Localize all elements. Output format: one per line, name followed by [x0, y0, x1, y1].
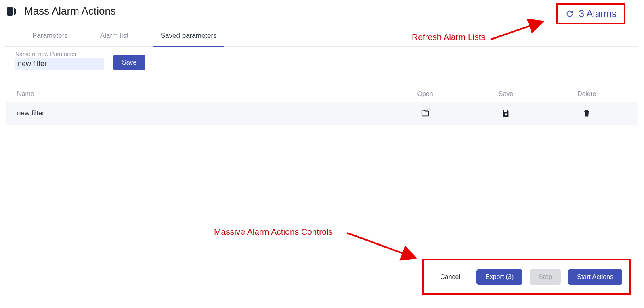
- page-header: Mass Alarm Actions: [0, 0, 644, 17]
- svg-rect-3: [504, 110, 507, 112]
- save-icon[interactable]: [501, 109, 510, 118]
- open-icon[interactable]: [420, 109, 430, 118]
- refresh-icon[interactable]: [565, 9, 574, 18]
- svg-point-4: [505, 113, 507, 116]
- col-name-label: Name: [17, 90, 34, 98]
- annotation-controls: Massive Alarm Actions Controls: [214, 227, 333, 237]
- tabs: Parameters Alarm list Saved parameters: [4, 17, 638, 47]
- new-parameter-input[interactable]: [15, 58, 104, 70]
- save-parameter-button[interactable]: Save: [113, 55, 145, 70]
- delete-icon[interactable]: [583, 109, 591, 118]
- app-icon: [7, 7, 17, 16]
- alarms-count: 3 Alarms: [579, 8, 617, 19]
- saved-parameters-table: Name ↑ Open Save Delete new filter: [6, 86, 638, 125]
- tab-parameters[interactable]: Parameters: [28, 29, 72, 46]
- page-title: Mass Alarm Actions: [24, 5, 116, 17]
- export-button[interactable]: Export (3): [476, 269, 522, 285]
- new-parameter-label: Name of new Parameter: [15, 51, 104, 57]
- mass-actions-controls: Cancel Export (3) Stop Start Actions: [422, 259, 631, 295]
- row-name: new filter: [17, 109, 385, 117]
- new-parameter-row: Name of new Parameter Save: [0, 47, 644, 70]
- svg-line-6: [347, 233, 416, 258]
- alarms-refresh-box[interactable]: 3 Alarms: [556, 3, 625, 24]
- table-row: new filter: [6, 102, 638, 125]
- annotation-refresh: Refresh Alarm Lists: [412, 32, 485, 42]
- col-delete: Delete: [546, 90, 627, 98]
- col-open: Open: [385, 90, 466, 98]
- col-save: Save: [466, 90, 546, 98]
- annotation-arrow-controls: [347, 230, 428, 266]
- svg-rect-0: [7, 7, 13, 16]
- sort-asc-icon: ↑: [38, 91, 42, 98]
- svg-rect-1: [14, 8, 15, 15]
- svg-rect-2: [15, 9, 16, 14]
- cancel-button[interactable]: Cancel: [431, 269, 469, 285]
- stop-button: Stop: [530, 269, 561, 285]
- tab-alarm-list[interactable]: Alarm list: [96, 29, 132, 46]
- col-name[interactable]: Name ↑: [17, 90, 385, 98]
- tab-saved-parameters[interactable]: Saved parameters: [157, 29, 221, 46]
- table-header: Name ↑ Open Save Delete: [6, 86, 638, 102]
- new-parameter-field: Name of new Parameter: [15, 51, 104, 70]
- start-actions-button[interactable]: Start Actions: [568, 269, 622, 285]
